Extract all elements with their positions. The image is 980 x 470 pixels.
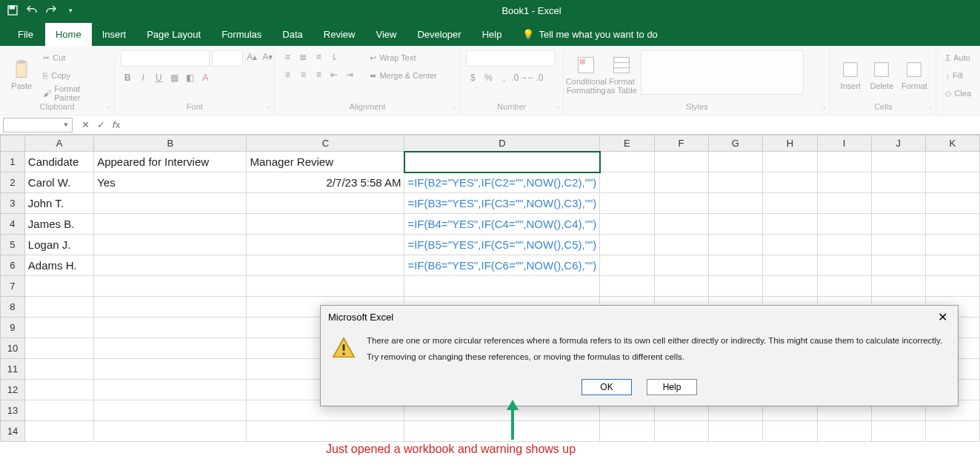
cell-B9[interactable] (94, 318, 247, 338)
cell-I2[interactable] (817, 172, 871, 193)
cancel-icon[interactable]: ✕ (81, 119, 90, 130)
row-header-1[interactable]: 1 (1, 152, 25, 172)
cell-D1[interactable] (404, 152, 600, 172)
cell-K3[interactable] (925, 193, 979, 214)
merge-center-button[interactable]: ⬌Merge & Center (367, 68, 440, 83)
cell-H3[interactable] (763, 193, 817, 214)
cell-H2[interactable] (763, 172, 817, 193)
tab-home[interactable]: Home (45, 23, 92, 46)
cell-I6[interactable] (817, 255, 871, 276)
cell-A8[interactable] (24, 297, 93, 318)
cell-A1[interactable]: Candidate (24, 152, 93, 172)
row-header-9[interactable]: 9 (1, 318, 25, 338)
cell-C14[interactable] (247, 421, 404, 442)
cell-D5[interactable]: =IF(B5="YES",IF(C5="",NOW(),C5),"") (404, 235, 600, 255)
cell-J6[interactable] (871, 255, 925, 276)
ok-button[interactable]: OK (581, 379, 632, 395)
cell-A5[interactable]: Logan J. (24, 235, 93, 255)
row-header-11[interactable]: 11 (1, 359, 25, 380)
increase-decimal-icon[interactable]: .0→ (513, 71, 526, 84)
cell-I3[interactable] (817, 193, 871, 214)
cell-G5[interactable] (708, 235, 763, 255)
tab-file[interactable]: File (6, 23, 45, 46)
undo-icon[interactable] (25, 4, 39, 17)
row-header-10[interactable]: 10 (1, 338, 25, 359)
cell-G7[interactable] (708, 276, 763, 297)
cell-D3[interactable]: =IF(B3="YES",IF(C3="",NOW(),C3),"") (404, 193, 600, 214)
cell-H5[interactable] (763, 235, 817, 255)
cell-K5[interactable] (925, 235, 979, 255)
align-middle-icon[interactable]: ≣ (296, 50, 310, 64)
align-right-icon[interactable]: ≡ (312, 68, 325, 81)
format-painter-button[interactable]: 🖌Format Painter (40, 86, 108, 101)
clear-button[interactable]: ◇Clea (942, 86, 974, 101)
column-header-D[interactable]: D (404, 135, 600, 152)
italic-button[interactable]: I (136, 71, 150, 84)
cell-D4[interactable]: =IF(B4="YES",IF(C4="",NOW(),C4),"") (404, 214, 600, 235)
cell-E7[interactable] (600, 276, 654, 297)
cell-C7[interactable] (247, 276, 404, 297)
cell-B3[interactable] (94, 193, 247, 214)
cell-A4[interactable]: James B. (24, 214, 93, 235)
paste-button[interactable]: Paste (6, 50, 37, 99)
cell-H4[interactable] (763, 214, 817, 235)
close-icon[interactable]: ✕ (935, 310, 950, 324)
cell-B13[interactable] (94, 400, 247, 421)
cell-J2[interactable] (871, 172, 925, 193)
chevron-down-icon[interactable]: ▼ (63, 121, 69, 128)
cell-K2[interactable] (925, 172, 979, 193)
cell-C3[interactable] (247, 193, 404, 214)
cell-I7[interactable] (817, 276, 871, 297)
cell-C1[interactable]: Manager Review (247, 152, 404, 172)
cell-K7[interactable] (925, 276, 979, 297)
cell-E1[interactable] (600, 152, 654, 172)
orientation-icon[interactable]: ⤹ (327, 50, 341, 64)
tab-developer[interactable]: Developer (407, 23, 471, 46)
row-header-8[interactable]: 8 (1, 297, 25, 318)
decrease-decimal-icon[interactable]: ←.0 (528, 71, 541, 84)
cell-A12[interactable] (24, 380, 93, 400)
font-color-button[interactable]: A (199, 71, 212, 84)
column-header-E[interactable]: E (600, 135, 654, 152)
align-bottom-icon[interactable]: ≡ (312, 50, 325, 64)
cut-button[interactable]: ✂Cut (40, 50, 108, 65)
fx-icon[interactable]: fx (113, 119, 120, 130)
cell-E14[interactable] (600, 421, 654, 442)
percent-icon[interactable]: % (481, 71, 495, 84)
cell-C5[interactable] (247, 235, 404, 255)
cell-E4[interactable] (600, 214, 654, 235)
enter-icon[interactable]: ✓ (97, 119, 105, 130)
comma-icon[interactable]: , (497, 71, 510, 84)
name-box[interactable]: ▼ (3, 118, 73, 132)
cell-J5[interactable] (871, 235, 925, 255)
column-header-B[interactable]: B (94, 135, 247, 152)
tab-formulas[interactable]: Formulas (211, 23, 272, 46)
cell-F3[interactable] (654, 193, 708, 214)
cell-J14[interactable] (871, 421, 925, 442)
cell-K1[interactable] (925, 152, 979, 172)
column-header-A[interactable]: A (24, 135, 93, 152)
delete-cells-button[interactable]: Delete (867, 50, 896, 99)
cell-J3[interactable] (871, 193, 925, 214)
row-header-3[interactable]: 3 (1, 193, 25, 214)
underline-button[interactable]: U (152, 71, 165, 84)
cell-I1[interactable] (817, 152, 871, 172)
cell-B4[interactable] (94, 214, 247, 235)
column-header-I[interactable]: I (817, 135, 871, 152)
formula-input[interactable] (126, 117, 980, 133)
tab-review[interactable]: Review (313, 23, 366, 46)
cell-B7[interactable] (94, 276, 247, 297)
select-all-corner[interactable] (1, 135, 25, 152)
row-header-4[interactable]: 4 (1, 214, 25, 235)
cell-H14[interactable] (763, 421, 817, 442)
redo-icon[interactable] (44, 4, 58, 17)
column-header-F[interactable]: F (654, 135, 708, 152)
format-cells-button[interactable]: Format (899, 50, 930, 99)
font-name-combo[interactable] (121, 50, 210, 67)
cell-G14[interactable] (708, 421, 763, 442)
align-left-icon[interactable]: ≡ (281, 68, 294, 81)
cell-I14[interactable] (817, 421, 871, 442)
fill-color-button[interactable]: ◧ (183, 71, 196, 84)
cell-C4[interactable] (247, 214, 404, 235)
cell-F1[interactable] (654, 152, 708, 172)
